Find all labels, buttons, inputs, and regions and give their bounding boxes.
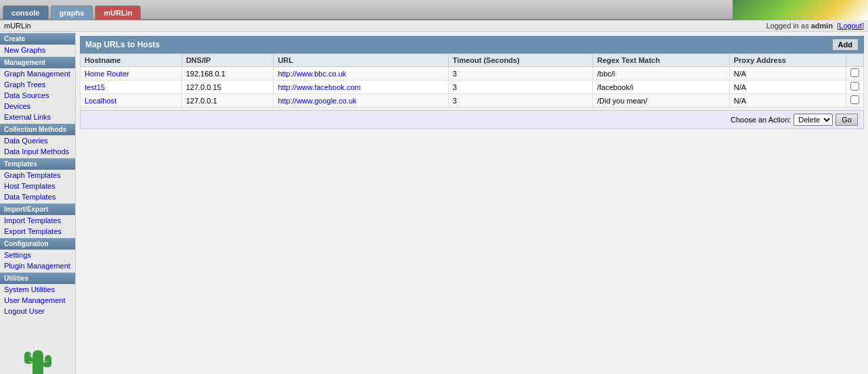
svg-rect-0: [32, 350, 43, 374]
sidebar-section-create: Create: [0, 33, 75, 45]
action-bar: Choose an Action: Delete Go: [80, 110, 864, 129]
sidebar-section-utilities: Utilities: [0, 273, 75, 284]
row-checkbox[interactable]: [850, 95, 859, 104]
sidebar-item-new-graphs[interactable]: New Graphs: [0, 45, 75, 55]
cell-timeout: 3: [448, 80, 592, 94]
cell-url: http://www.facebook.com: [274, 80, 448, 94]
col-url: URL: [274, 54, 448, 67]
row-checkbox[interactable]: [850, 82, 859, 91]
svg-rect-2: [24, 352, 31, 364]
main-layout: Create New Graphs Management Graph Manag…: [0, 32, 868, 374]
svg-line-11: [39, 346, 41, 350]
tab-murlin[interactable]: mURLin: [95, 5, 141, 20]
url-link[interactable]: http://www.facebook.com: [278, 83, 360, 91]
logged-in-info: Logged in as admin [Logout]: [766, 22, 864, 30]
cell-hostname: Localhost: [81, 94, 182, 108]
add-button[interactable]: Add: [832, 39, 859, 51]
logout-link[interactable]: Logout: [839, 22, 862, 30]
sidebar-item-system-utilities[interactable]: System Utilities: [0, 284, 75, 295]
sidebar-item-graph-templates[interactable]: Graph Templates: [0, 170, 75, 181]
sidebar-item-external-links[interactable]: External Links: [0, 112, 75, 122]
url-link[interactable]: http://www.bbc.co.uk: [278, 70, 346, 78]
sidebar-item-data-queries[interactable]: Data Queries: [0, 135, 75, 146]
tab-console[interactable]: console: [3, 5, 49, 20]
breadcrumb: mURLin: [4, 22, 31, 30]
action-select[interactable]: Delete: [794, 114, 833, 126]
col-hostname: Hostname: [81, 54, 182, 67]
sidebar: Create New Graphs Management Graph Manag…: [0, 32, 76, 374]
cell-regex: /facebook/i: [592, 80, 729, 94]
cactus-image: [0, 330, 75, 374]
table-row: Home Router 192.168.0.1 http://www.bbc.c…: [81, 67, 864, 80]
sidebar-item-export-templates[interactable]: Export Templates: [0, 226, 75, 237]
cell-dns-ip: 127.0.0.1: [181, 94, 274, 108]
col-checkbox: [846, 54, 864, 67]
sidebar-item-plugin-management[interactable]: Plugin Management: [0, 260, 75, 271]
hostname-link[interactable]: Localhost: [85, 97, 116, 105]
cell-regex: /Did you mean/: [592, 94, 729, 108]
svg-rect-4: [45, 355, 51, 367]
col-regex: Regex Text Match: [592, 54, 729, 67]
svg-line-10: [35, 346, 37, 350]
cell-timeout: 3: [448, 94, 592, 108]
sidebar-item-data-templates[interactable]: Data Templates: [0, 191, 75, 202]
sidebar-section-configuration: Configuration: [0, 238, 75, 250]
cell-hostname: Home Router: [81, 67, 182, 80]
cell-checkbox: [846, 67, 864, 80]
sidebar-item-data-sources[interactable]: Data Sources: [0, 90, 75, 101]
sidebar-item-graph-trees[interactable]: Graph Trees: [0, 79, 75, 90]
hosts-table: Hostname DNS/IP URL Timeout (Seconds) Re…: [80, 53, 864, 108]
top-navigation: console graphs mURLin: [0, 0, 868, 20]
content-area: Map URLs to Hosts Add Hostname DNS/IP UR…: [76, 32, 868, 374]
sidebar-item-import-templates[interactable]: Import Templates: [0, 215, 75, 226]
cell-proxy: N/A: [729, 94, 846, 108]
hostname-link[interactable]: Home Router: [85, 70, 129, 78]
col-timeout: Timeout (Seconds): [448, 54, 592, 67]
page-header: Map URLs to Hosts Add: [80, 36, 864, 53]
url-link[interactable]: http://www.google.co.uk: [278, 97, 356, 105]
cell-timeout: 3: [448, 67, 592, 80]
hostname-link[interactable]: test15: [85, 83, 105, 91]
col-proxy: Proxy Address: [729, 54, 846, 67]
cell-proxy: N/A: [729, 80, 846, 94]
table-row: Localhost 127.0.0.1 http://www.google.co…: [81, 94, 864, 108]
sidebar-section-collection-methods: Collection Methods: [0, 124, 75, 135]
cell-hostname: test15: [81, 80, 182, 94]
cell-dns-ip: 192.168.0.1: [181, 67, 274, 80]
sidebar-section-templates: Templates: [0, 158, 75, 170]
go-button[interactable]: Go: [836, 114, 858, 126]
cell-dns-ip: 127.0.0.15: [181, 80, 274, 94]
logo: [733, 0, 868, 20]
cell-regex: /bbc/i: [592, 67, 729, 80]
sidebar-item-devices[interactable]: Devices: [0, 101, 75, 112]
col-dns-ip: DNS/IP: [181, 54, 274, 67]
username: admin: [811, 22, 833, 30]
page-title: Map URLs to Hosts: [85, 40, 160, 49]
cell-url: http://www.bbc.co.uk: [274, 67, 448, 80]
action-label: Choose an Action:: [731, 116, 791, 124]
cell-checkbox: [846, 80, 864, 94]
table-row: test15 127.0.0.15 http://www.facebook.co…: [81, 80, 864, 94]
sidebar-item-user-management[interactable]: User Management: [0, 295, 75, 306]
breadcrumb-bar: mURLin Logged in as admin [Logout]: [0, 20, 868, 32]
sidebar-section-import-export: Import/Export: [0, 204, 75, 215]
tab-graphs[interactable]: graphs: [51, 5, 93, 20]
sidebar-item-graph-management[interactable]: Graph Management: [0, 68, 75, 79]
sidebar-section-management: Management: [0, 57, 75, 68]
cell-checkbox: [846, 94, 864, 108]
row-checkbox[interactable]: [850, 68, 859, 77]
sidebar-item-host-templates[interactable]: Host Templates: [0, 181, 75, 191]
sidebar-item-logout-user[interactable]: Logout User: [0, 306, 75, 317]
sidebar-item-data-input-methods[interactable]: Data Input Methods: [0, 146, 75, 157]
cell-proxy: N/A: [729, 67, 846, 80]
sidebar-item-settings[interactable]: Settings: [0, 250, 75, 260]
cell-url: http://www.google.co.uk: [274, 94, 448, 108]
